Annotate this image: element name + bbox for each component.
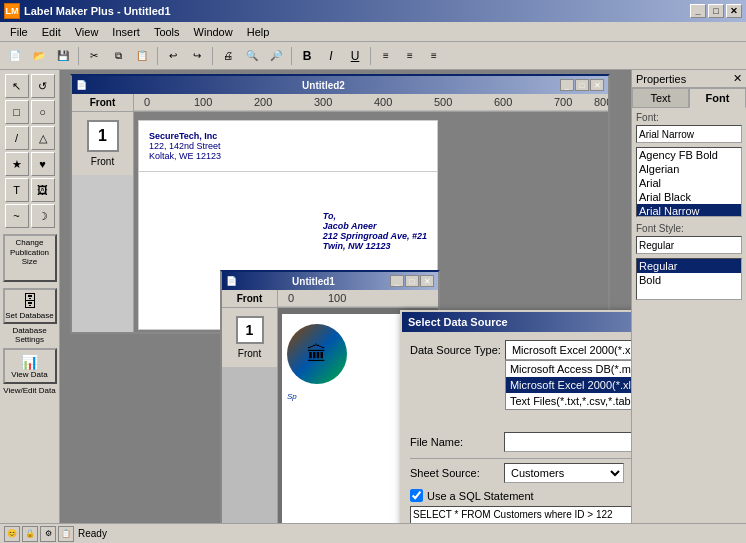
open-button[interactable]: 📂 (28, 45, 50, 67)
filename-input[interactable] (504, 432, 631, 452)
sql-textarea[interactable] (410, 506, 631, 523)
align-right-button[interactable]: ≡ (423, 45, 445, 67)
page-section-2: 1 Front (72, 112, 133, 175)
page-num-1: 1 (236, 316, 264, 344)
font-style-input[interactable] (636, 236, 742, 254)
status-icon-3: ⚙ (40, 526, 56, 542)
status-icons: 😊 🔒 ⚙ 📋 (4, 526, 74, 542)
dropdown-text[interactable]: Text Files(*.txt,*.csv,*.tab,*.*) (506, 393, 631, 409)
ruler-h-2: 0 100 200 300 400 500 600 700 800 (134, 94, 608, 112)
moon-tool[interactable]: ☽ (31, 204, 55, 228)
front-label-1: Front (222, 290, 277, 308)
paste-button[interactable]: 📋 (131, 45, 153, 67)
app-icon: LM (4, 3, 20, 19)
svg-text:800: 800 (594, 96, 608, 108)
properties-close-icon[interactable]: ✕ (733, 72, 742, 85)
font-item-4[interactable]: Arial Narrow (637, 204, 741, 217)
to-address: To, Jacob Aneer 212 Springroad Ave, #21 … (323, 211, 427, 251)
font-list: Agency FB Bold Algerian Arial Arial Blac… (636, 147, 742, 217)
font-input[interactable] (636, 125, 742, 143)
menu-file[interactable]: File (4, 24, 34, 40)
sql-checkbox[interactable] (410, 489, 423, 502)
menu-view[interactable]: View (69, 24, 105, 40)
align-left-button[interactable]: ≡ (375, 45, 397, 67)
toolbox: ↖ ↺ □ ○ / △ ★ ♥ T 🖼 ~ ☽ Change Publicati… (0, 70, 60, 523)
save-button[interactable]: 💾 (52, 45, 74, 67)
font-item-1[interactable]: Algerian (637, 162, 741, 176)
status-icon-1: 😊 (4, 526, 20, 542)
menu-insert[interactable]: Insert (106, 24, 146, 40)
rect-tool[interactable]: □ (5, 100, 29, 124)
rotate-tool[interactable]: ↺ (31, 74, 55, 98)
datasource-type-label: Data Source Type: (410, 344, 501, 356)
svg-text:200: 200 (254, 96, 272, 108)
font-item-3[interactable]: Arial Black (637, 190, 741, 204)
select-tool[interactable]: ↖ (5, 74, 29, 98)
cut-button[interactable]: ✂ (83, 45, 105, 67)
view-edit-data-label: View/Edit Data (3, 386, 55, 395)
tab-text[interactable]: Text (632, 88, 689, 107)
untitled1-maximize[interactable]: □ (405, 275, 419, 287)
untitled1-close[interactable]: ✕ (420, 275, 434, 287)
sql-checkbox-row: Use a SQL Statement (410, 489, 631, 502)
menu-window[interactable]: Window (188, 24, 239, 40)
undo-button[interactable]: ↩ (162, 45, 184, 67)
dropdown-excel[interactable]: Microsoft Excel 2000(*.xls) (506, 377, 631, 393)
heart-tool[interactable]: ♥ (31, 152, 55, 176)
untitled1-minimize[interactable]: _ (390, 275, 404, 287)
curve-tool[interactable]: ~ (5, 204, 29, 228)
untitled2-title: Untitled2 (302, 80, 345, 91)
sheet-source-row: Sheet Source: Customers (410, 463, 631, 483)
italic-button[interactable]: I (320, 45, 342, 67)
maximize-button[interactable]: □ (708, 4, 724, 18)
star-tool[interactable]: ★ (5, 152, 29, 176)
untitled1-titlebar: 📄 Untitled1 _ □ ✕ (222, 272, 438, 290)
print-button[interactable]: 🖨 (217, 45, 239, 67)
toolbar-sep-5 (370, 47, 371, 65)
tab-font[interactable]: Font (689, 88, 746, 108)
set-database-button[interactable]: 🗄 Set Database (3, 288, 57, 324)
untitled2-minimize[interactable]: _ (560, 79, 574, 91)
toolbar-sep-1 (78, 47, 79, 65)
poly-tool[interactable]: △ (31, 126, 55, 150)
zoom-in-button[interactable]: 🔍 (241, 45, 263, 67)
style-item-bold[interactable]: Bold (637, 273, 741, 287)
align-center-button[interactable]: ≡ (399, 45, 421, 67)
front-text-2: Front (91, 156, 114, 167)
bold-button[interactable]: B (296, 45, 318, 67)
line-tool[interactable]: / (5, 126, 29, 150)
datasource-type-select[interactable]: Microsoft Excel 2000(*.xls) (505, 340, 631, 360)
dialog-body: Data Source Type: Microsoft Excel 2000(*… (402, 332, 631, 523)
dropdown-access[interactable]: Microsoft Access DB(*.mdb) (506, 361, 631, 377)
view-data-button[interactable]: 📊 View Data (3, 348, 57, 384)
font-item-0[interactable]: Agency FB Bold (637, 148, 741, 162)
copy-button[interactable]: ⧉ (107, 45, 129, 67)
style-item-regular[interactable]: Regular (637, 259, 741, 273)
toolbar-sep-4 (291, 47, 292, 65)
text-tool[interactable]: T (5, 178, 29, 202)
window-controls: _ □ ✕ (690, 4, 742, 18)
sheet-source-label: Sheet Source: (410, 467, 500, 479)
untitled2-titlebar: 📄 Untitled2 _ □ ✕ (72, 76, 608, 94)
minimize-button[interactable]: _ (690, 4, 706, 18)
untitled2-close[interactable]: ✕ (590, 79, 604, 91)
menu-edit[interactable]: Edit (36, 24, 67, 40)
new-button[interactable]: 📄 (4, 45, 26, 67)
dialog-title-text: Select Data Source (408, 316, 508, 328)
close-button[interactable]: ✕ (726, 4, 742, 18)
untitled2-maximize[interactable]: □ (575, 79, 589, 91)
sheet-source-select[interactable]: Customers (504, 463, 624, 483)
svg-text:600: 600 (494, 96, 512, 108)
underline-button[interactable]: U (344, 45, 366, 67)
redo-button[interactable]: ↪ (186, 45, 208, 67)
menu-help[interactable]: Help (241, 24, 276, 40)
change-publication-button[interactable]: Change Publication Size (3, 234, 57, 282)
properties-title: Properties (636, 73, 686, 85)
image-tool[interactable]: 🖼 (31, 178, 55, 202)
ellipse-tool[interactable]: ○ (31, 100, 55, 124)
zoom-out-button[interactable]: 🔎 (265, 45, 287, 67)
font-style-label: Font Style: (636, 223, 742, 234)
font-item-2[interactable]: Arial (637, 176, 741, 190)
status-bar: 😊 🔒 ⚙ 📋 Ready (0, 523, 746, 543)
menu-tools[interactable]: Tools (148, 24, 186, 40)
